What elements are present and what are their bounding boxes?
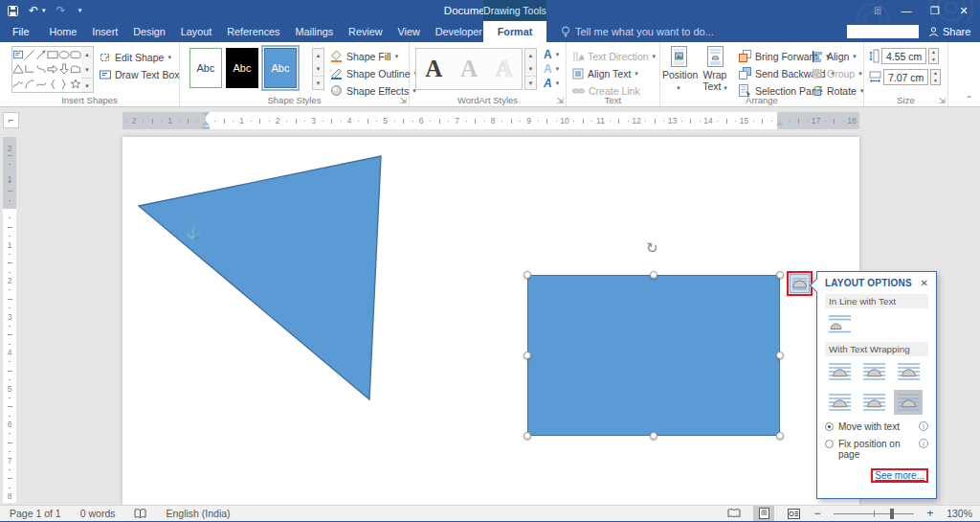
arrow-shape-icon[interactable] — [35, 47, 47, 62]
page-indicator[interactable]: Page 1 of 1 — [10, 508, 61, 519]
selection-handle[interactable] — [523, 352, 531, 359]
word-count[interactable]: 0 words — [80, 508, 116, 519]
zoom-level[interactable]: 130% — [944, 508, 972, 519]
top-and-bottom-option-icon[interactable] — [825, 390, 854, 415]
share-button[interactable]: Share — [928, 21, 970, 42]
shape-style-preset-2[interactable]: Abc — [226, 48, 258, 88]
right-indent-marker[interactable] — [776, 121, 784, 125]
zoom-in-button[interactable]: + — [925, 507, 935, 520]
arc-shape-icon[interactable] — [24, 77, 35, 92]
tell-me-box[interactable]: Tell me what you want to do... — [561, 21, 714, 42]
proofing-icon[interactable] — [134, 509, 146, 519]
dialog-launcher-icon[interactable]: ⇲ — [399, 96, 407, 105]
collapse-ribbon-icon[interactable]: ⌃ — [966, 94, 973, 104]
tab-mailings[interactable]: Mailings — [287, 21, 341, 42]
restore-icon[interactable]: ❐ — [921, 0, 949, 21]
through-option-icon[interactable] — [894, 359, 923, 384]
text-fill-button[interactable]: A▾ — [544, 48, 559, 60]
tab-layout[interactable]: Layout — [173, 21, 219, 42]
text-box-shape-icon[interactable] — [12, 47, 24, 62]
sign-in-box[interactable] — [847, 25, 919, 38]
selection-handle[interactable] — [776, 432, 784, 440]
read-mode-icon[interactable] — [724, 506, 745, 521]
zoom-slider[interactable] — [834, 513, 914, 514]
in-front-of-text-option-icon[interactable] — [894, 390, 923, 415]
rectangle-shape-selected[interactable] — [527, 275, 780, 436]
tab-references[interactable]: References — [219, 21, 287, 42]
width-spinner[interactable]: ▲▼ — [930, 69, 941, 85]
hanging-indent-marker[interactable] — [202, 121, 210, 125]
right-brace-shape-icon[interactable] — [58, 77, 70, 92]
shape-style-preset-3-selected[interactable]: Abc — [264, 48, 297, 88]
ribbon-display-options-icon[interactable]: ⍐ — [863, 0, 892, 21]
left-brace-shape-icon[interactable] — [47, 77, 58, 92]
text-outline-button[interactable]: A▾ — [544, 62, 559, 75]
minimize-icon[interactable]: — — [892, 0, 921, 21]
oval-shape-icon[interactable] — [58, 47, 70, 62]
selection-handle[interactable] — [523, 432, 531, 440]
info-icon[interactable]: i — [919, 421, 928, 431]
wrap-text-button[interactable]: WrapText ▾ — [699, 45, 731, 101]
shape-width-field[interactable]: 7.07 cm — [883, 69, 928, 85]
star-shape-icon[interactable] — [70, 77, 81, 92]
triangle-shape[interactable] — [122, 137, 400, 415]
selection-handle[interactable] — [776, 271, 784, 279]
line-shape-icon[interactable] — [24, 47, 35, 62]
tab-developer[interactable]: Developer — [428, 21, 490, 42]
rotate-handle-icon[interactable]: ↻ — [646, 239, 658, 257]
align-button[interactable]: Align▾ — [812, 48, 857, 64]
tab-view[interactable]: View — [390, 21, 428, 42]
wordart-preset-2[interactable]: A — [452, 49, 487, 89]
dialog-launcher-icon[interactable]: ⇲ — [938, 96, 946, 105]
rounded-rectangle-shape-icon[interactable] — [70, 47, 81, 62]
move-with-text-option[interactable]: Move with text i — [825, 421, 928, 432]
tab-insert[interactable]: Insert — [84, 21, 125, 42]
draw-text-box-button[interactable]: Draw Text Box — [100, 66, 180, 82]
info-icon[interactable]: i — [919, 439, 928, 448]
tab-review[interactable]: Review — [341, 21, 390, 42]
dialog-launcher-icon[interactable]: ⇲ — [556, 96, 564, 105]
align-text-button[interactable]: Align Text▾ — [572, 65, 638, 81]
selection-handle[interactable] — [650, 271, 657, 279]
freeform-scribble-shape-icon[interactable] — [12, 77, 24, 92]
shape-style-preset-1[interactable]: Abc — [189, 48, 222, 88]
horizontal-ruler[interactable]: 211234567891011121314151718 — [122, 112, 859, 129]
tab-design[interactable]: Design — [125, 21, 173, 42]
position-button[interactable]: Position▾ — [662, 45, 695, 101]
layout-options-button-annotated[interactable] — [787, 271, 813, 296]
height-spinner[interactable]: ▲▼ — [928, 48, 939, 64]
shape-gallery-scroll[interactable]: ▲▼▼ — [81, 46, 94, 93]
tight-option-icon[interactable] — [859, 359, 888, 384]
behind-text-option-icon[interactable] — [859, 390, 888, 415]
wordart-scroll[interactable]: ▲▼▼ — [524, 48, 537, 90]
zoom-out-button[interactable]: − — [813, 507, 822, 520]
shape-outline-button[interactable]: Shape Outline▾ — [330, 65, 417, 81]
tab-file[interactable]: File — [0, 21, 41, 42]
document-page[interactable]: ⚓ ↻ — [122, 137, 859, 505]
first-line-indent-marker[interactable] — [202, 112, 210, 117]
snip-corner-rectangle-shape-icon[interactable] — [70, 62, 81, 78]
see-more-link-annotated[interactable]: See more... — [871, 468, 928, 483]
wordart-preset-1[interactable]: A — [416, 49, 452, 89]
text-effects-button[interactable]: A▾ — [544, 77, 559, 89]
curve-shape-icon[interactable] — [35, 77, 47, 92]
edit-shape-button[interactable]: Edit Shape▾ — [100, 49, 171, 65]
rectangle-shape-icon[interactable] — [47, 47, 58, 62]
popup-close-icon[interactable]: ✕ — [921, 278, 928, 288]
left-indent-marker[interactable] — [202, 126, 210, 130]
shape-styles-scroll[interactable]: ▲▼▼ — [312, 48, 324, 90]
tab-home[interactable]: Home — [41, 21, 84, 42]
print-layout-icon[interactable] — [753, 506, 774, 521]
vertical-ruler[interactable]: 2112345678 — [3, 137, 16, 503]
elbow-connector-shape-icon[interactable] — [24, 62, 35, 78]
square-option-icon[interactable] — [825, 359, 854, 384]
web-layout-icon[interactable] — [783, 506, 804, 521]
selection-handle[interactable] — [523, 271, 531, 279]
zoom-slider-thumb[interactable] — [890, 509, 894, 519]
shape-gallery[interactable] — [11, 46, 82, 93]
in-line-with-text-option-icon[interactable] — [825, 311, 854, 336]
fix-position-option[interactable]: Fix position on page i — [825, 439, 928, 460]
selection-handle[interactable] — [650, 432, 657, 440]
wordart-gallery[interactable]: A A A — [415, 48, 523, 90]
close-icon[interactable]: ✕ — [949, 0, 978, 21]
